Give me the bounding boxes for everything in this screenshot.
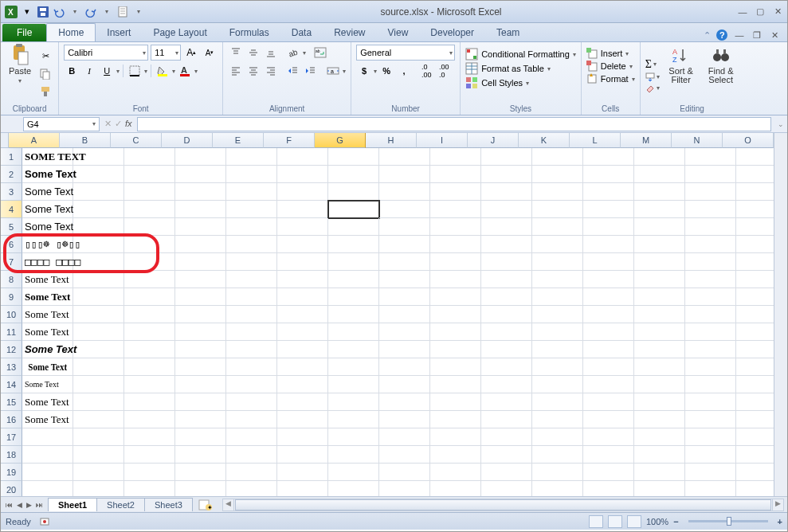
cell-H19[interactable] bbox=[379, 464, 430, 481]
cell-C18[interactable] bbox=[124, 446, 175, 464]
cell-G6[interactable] bbox=[328, 236, 379, 253]
cell-A12[interactable]: Some Text bbox=[22, 341, 73, 358]
cell-H16[interactable] bbox=[379, 411, 430, 428]
cell-E18[interactable] bbox=[226, 446, 277, 464]
cell-C6[interactable] bbox=[124, 236, 175, 253]
cell-M12[interactable] bbox=[634, 341, 685, 358]
sheet-tab-sheet2[interactable]: Sheet2 bbox=[96, 498, 145, 511]
cell-B8[interactable] bbox=[73, 271, 124, 288]
horizontal-scrollbar[interactable]: ◀ ▶ bbox=[222, 499, 784, 511]
cell-A17[interactable] bbox=[22, 428, 73, 446]
underline-icon[interactable]: U bbox=[99, 63, 115, 79]
cell-J17[interactable] bbox=[481, 428, 532, 446]
tab-review[interactable]: Review bbox=[323, 24, 376, 41]
cell-C13[interactable] bbox=[124, 358, 175, 376]
cell-A4[interactable]: Some Text bbox=[22, 201, 73, 218]
cell-G13[interactable] bbox=[328, 358, 379, 376]
cell-F19[interactable] bbox=[277, 464, 328, 481]
cell-D1[interactable] bbox=[175, 148, 226, 166]
cell-J4[interactable] bbox=[481, 201, 532, 218]
tab-data[interactable]: Data bbox=[280, 24, 323, 41]
cell-F17[interactable] bbox=[277, 428, 328, 446]
column-header-M[interactable]: M bbox=[621, 133, 672, 148]
cell-A13[interactable]: Some Text bbox=[22, 358, 73, 376]
cell-C16[interactable] bbox=[124, 411, 175, 428]
decrease-decimal-icon[interactable]: .00.0 bbox=[436, 63, 452, 79]
cell-F5[interactable] bbox=[277, 218, 328, 236]
cell-D11[interactable] bbox=[175, 323, 226, 341]
cell-L4[interactable] bbox=[583, 201, 634, 218]
prev-sheet-icon[interactable]: ◀ bbox=[15, 501, 24, 509]
cell-G5[interactable] bbox=[328, 218, 379, 236]
cell-A15[interactable]: Some Text bbox=[22, 393, 73, 411]
cell-E11[interactable] bbox=[226, 323, 277, 341]
cell-N4[interactable] bbox=[685, 201, 736, 218]
minimize-button[interactable]: — bbox=[736, 6, 749, 18]
cell-M8[interactable] bbox=[634, 271, 685, 288]
cell-O11[interactable] bbox=[736, 323, 774, 341]
cell-G9[interactable] bbox=[328, 288, 379, 306]
cell-F4[interactable] bbox=[277, 201, 328, 218]
cell-I4[interactable] bbox=[430, 201, 481, 218]
cell-K1[interactable] bbox=[532, 148, 583, 166]
cell-E12[interactable] bbox=[226, 341, 277, 358]
cell-E7[interactable] bbox=[226, 253, 277, 271]
cell-D13[interactable] bbox=[175, 358, 226, 376]
row-header-5[interactable]: 5 bbox=[1, 218, 22, 236]
cell-N1[interactable] bbox=[685, 148, 736, 166]
page-break-view-icon[interactable] bbox=[627, 515, 641, 528]
cell-I20[interactable] bbox=[430, 481, 481, 496]
cell-O2[interactable] bbox=[736, 166, 774, 183]
ribbon-minimize-icon[interactable]: ⌃ bbox=[704, 30, 711, 41]
cell-F20[interactable] bbox=[277, 481, 328, 496]
cell-F6[interactable] bbox=[277, 236, 328, 253]
row-header-15[interactable]: 15 bbox=[1, 393, 22, 411]
cell-E20[interactable] bbox=[226, 481, 277, 496]
cell-G2[interactable] bbox=[328, 166, 379, 183]
cell-D6[interactable] bbox=[175, 236, 226, 253]
first-sheet-icon[interactable]: ⏮ bbox=[4, 501, 14, 509]
column-header-F[interactable]: F bbox=[264, 133, 315, 148]
cell-O4[interactable] bbox=[736, 201, 774, 218]
cell-N15[interactable] bbox=[685, 393, 736, 411]
cell-B2[interactable] bbox=[73, 166, 124, 183]
cell-C17[interactable] bbox=[124, 428, 175, 446]
cell-G18[interactable] bbox=[328, 446, 379, 464]
cell-L6[interactable] bbox=[583, 236, 634, 253]
cell-I10[interactable] bbox=[430, 306, 481, 323]
cell-A7[interactable]: □□□□ □□□□ bbox=[22, 253, 73, 271]
cell-N3[interactable] bbox=[685, 183, 736, 201]
cell-L2[interactable] bbox=[583, 166, 634, 183]
cell-F8[interactable] bbox=[277, 271, 328, 288]
cell-N16[interactable] bbox=[685, 411, 736, 428]
cell-D17[interactable] bbox=[175, 428, 226, 446]
cell-L9[interactable] bbox=[583, 288, 634, 306]
cell-M10[interactable] bbox=[634, 306, 685, 323]
percent-icon[interactable]: % bbox=[378, 63, 394, 79]
cell-O14[interactable] bbox=[736, 376, 774, 393]
cell-F11[interactable] bbox=[277, 323, 328, 341]
select-all-corner[interactable] bbox=[1, 133, 9, 148]
cell-B15[interactable] bbox=[73, 393, 124, 411]
cell-K2[interactable] bbox=[532, 166, 583, 183]
cell-B4[interactable] bbox=[73, 201, 124, 218]
cell-K4[interactable] bbox=[532, 201, 583, 218]
tab-view[interactable]: View bbox=[377, 24, 420, 41]
cell-G15[interactable] bbox=[328, 393, 379, 411]
column-header-C[interactable]: C bbox=[111, 133, 162, 148]
doc-restore-button[interactable]: ❐ bbox=[751, 29, 763, 41]
cell-A8[interactable]: Some Text bbox=[22, 271, 73, 288]
sheet-tab-sheet3[interactable]: Sheet3 bbox=[144, 498, 193, 511]
cell-L19[interactable] bbox=[583, 464, 634, 481]
cell-H5[interactable] bbox=[379, 218, 430, 236]
cell-H8[interactable] bbox=[379, 271, 430, 288]
cell-F18[interactable] bbox=[277, 446, 328, 464]
cell-K17[interactable] bbox=[532, 428, 583, 446]
cell-E14[interactable] bbox=[226, 376, 277, 393]
column-header-B[interactable]: B bbox=[60, 133, 111, 148]
autosum-button[interactable]: Σ▾ bbox=[645, 58, 660, 71]
cell-M19[interactable] bbox=[634, 464, 685, 481]
cell-F16[interactable] bbox=[277, 411, 328, 428]
row-header-6[interactable]: 6 bbox=[1, 236, 22, 253]
align-left-icon[interactable] bbox=[228, 63, 244, 79]
